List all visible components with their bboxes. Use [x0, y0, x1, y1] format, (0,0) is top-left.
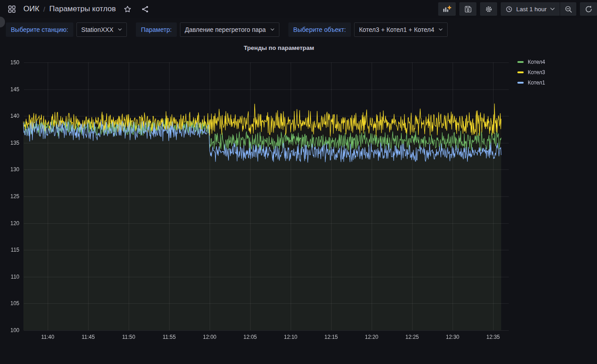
- x-tick-label: 12:10: [275, 334, 306, 340]
- x-tick-label: 12:20: [356, 334, 387, 340]
- dashboards-grid-icon: [8, 5, 16, 13]
- object-filter-label: Выберите объект:: [288, 22, 351, 37]
- x-tick-label: 11:55: [153, 334, 185, 340]
- time-range-picker[interactable]: Last 1 hour: [501, 2, 560, 16]
- legend-swatch: [517, 61, 524, 63]
- share-icon: [141, 5, 149, 13]
- x-tick-label: 12:15: [315, 334, 347, 340]
- trend-chart-canvas[interactable]: [0, 41, 597, 364]
- time-zoom-out-button[interactable]: [560, 2, 576, 16]
- chevron-down-icon: [118, 28, 122, 31]
- breadcrumb-current: Параметры котлов: [49, 4, 116, 13]
- clock-icon: [506, 6, 512, 13]
- station-filter-label: Выберите станцию:: [6, 22, 73, 37]
- trends-panel: Тренды по параметрам 1501451401351301251…: [0, 41, 597, 364]
- legend-label: Котел3: [528, 69, 545, 75]
- object-filter-value[interactable]: Котел3 + Котел1 + Котел4: [354, 22, 448, 37]
- legend-item[interactable]: Котел1: [517, 80, 545, 86]
- dashboard-settings-button[interactable]: [480, 2, 497, 16]
- add-panel-button[interactable]: [438, 2, 456, 16]
- parameter-filter: Параметр: Давление перегретого пара: [136, 22, 279, 37]
- parameter-filter-selected: Давление перегретого пара: [185, 26, 266, 33]
- share-button[interactable]: [139, 3, 151, 15]
- legend-item[interactable]: Котел3: [517, 69, 545, 75]
- chart-legend: Котел4Котел3Котел1: [517, 59, 545, 86]
- favorite-star-button[interactable]: [122, 3, 134, 15]
- station-filter: Выберите станцию: StationXXX: [6, 22, 127, 37]
- y-tick-label: 125: [0, 193, 19, 200]
- legend-label: Котел4: [528, 59, 545, 65]
- y-tick-label: 135: [0, 140, 19, 146]
- chevron-down-icon: [550, 8, 555, 11]
- legend-label: Котел1: [528, 80, 545, 86]
- x-tick-label: 12:00: [194, 334, 225, 340]
- dashboard-variables-row: Выберите станцию: StationXXX Параметр: Д…: [6, 22, 448, 37]
- settings-gear-icon: [485, 5, 493, 13]
- y-tick-label: 130: [0, 166, 19, 173]
- x-tick-label: 12:35: [477, 334, 509, 340]
- save-icon: [464, 5, 472, 13]
- y-tick-label: 105: [0, 300, 19, 306]
- refresh-icon: [585, 5, 593, 13]
- save-dashboard-button[interactable]: [459, 2, 476, 16]
- zoom-out-icon: [565, 5, 572, 13]
- chevron-down-icon: [439, 28, 443, 31]
- refresh-button[interactable]: [580, 2, 597, 16]
- breadcrumb-root[interactable]: ОИК: [23, 4, 39, 13]
- y-tick-label: 150: [0, 59, 19, 66]
- chevron-down-icon: [270, 28, 274, 31]
- parameter-filter-value[interactable]: Давление перегретого пара: [180, 22, 279, 37]
- station-filter-value[interactable]: StationXXX: [76, 22, 127, 37]
- y-tick-label: 145: [0, 86, 19, 93]
- y-tick-label: 140: [0, 113, 19, 119]
- x-tick-label: 12:30: [437, 334, 468, 340]
- time-range-controls: Last 1 hour: [501, 2, 576, 16]
- y-tick-label: 100: [0, 327, 19, 333]
- breadcrumb: ОИК / Параметры котлов: [23, 4, 116, 13]
- y-tick-label: 110: [0, 274, 19, 280]
- x-tick-label: 11:50: [113, 334, 144, 340]
- object-filter: Выберите объект: Котел3 + Котел1 + Котел…: [288, 22, 448, 37]
- add-panel-icon: [443, 5, 451, 13]
- object-filter-selected: Котел3 + Котел1 + Котел4: [359, 26, 434, 33]
- station-filter-selected: StationXXX: [81, 26, 114, 33]
- top-nav: ОИК / Параметры котлов: [0, 0, 597, 18]
- x-tick-label: 12:25: [396, 334, 428, 340]
- dashboards-grid-button[interactable]: [6, 3, 18, 15]
- x-tick-label: 11:45: [72, 334, 104, 340]
- legend-swatch: [517, 71, 524, 73]
- breadcrumb-separator: /: [43, 5, 45, 13]
- x-tick-label: 12:05: [234, 334, 266, 340]
- legend-swatch: [517, 82, 524, 84]
- y-tick-label: 115: [0, 247, 19, 253]
- sidebar-toggle-handle[interactable]: [0, 17, 5, 27]
- y-tick-label: 120: [0, 220, 19, 226]
- star-icon: [124, 5, 131, 13]
- time-range-label: Last 1 hour: [516, 6, 547, 13]
- x-tick-label: 11:40: [32, 334, 63, 340]
- parameter-filter-label: Параметр:: [136, 22, 176, 37]
- legend-item[interactable]: Котел4: [517, 59, 545, 65]
